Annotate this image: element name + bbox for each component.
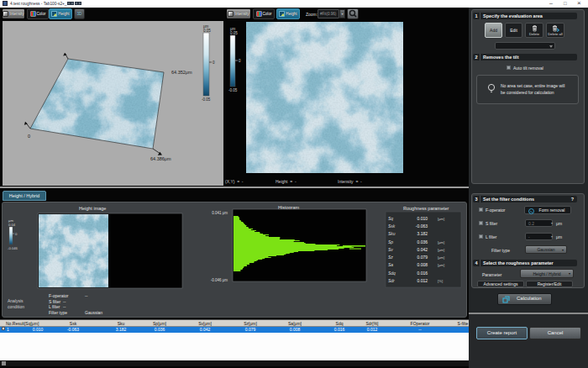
svg-text:0.012: 0.012 xyxy=(417,278,428,283)
svg-text:-0.05: -0.05 xyxy=(228,88,238,92)
svg-text:Sku: Sku xyxy=(388,231,396,236)
svg-text:0.04: 0.04 xyxy=(8,223,16,227)
svg-text:3.182: 3.182 xyxy=(417,231,428,236)
svg-text:0.042: 0.042 xyxy=(417,247,428,252)
svg-text:0: 0 xyxy=(213,60,215,65)
svg-text:64.386μm: 64.386μm xyxy=(150,156,171,161)
svg-text:-0.063: -0.063 xyxy=(416,223,428,229)
svg-text:[μm]: [μm] xyxy=(438,217,444,221)
svg-text:0.079: 0.079 xyxy=(417,255,428,260)
svg-text:0: 0 xyxy=(28,134,30,139)
svg-text:Histogram: Histogram xyxy=(278,205,299,210)
svg-text:0: 0 xyxy=(15,232,18,236)
svg-text:Height image: Height image xyxy=(79,206,106,211)
svg-text:Sv: Sv xyxy=(388,247,393,252)
svg-text:Roughness parameter: Roughness parameter xyxy=(403,206,449,211)
svg-text:[%]: [%] xyxy=(438,279,443,283)
svg-text:0.008: 0.008 xyxy=(417,262,428,267)
svg-text:Sp: Sp xyxy=(388,239,393,244)
svg-text:0.041 μm: 0.041 μm xyxy=(212,211,228,215)
svg-text:0.010: 0.010 xyxy=(417,216,428,221)
svg-text:[μm]: [μm] xyxy=(438,248,444,252)
svg-text:[μm]: [μm] xyxy=(438,240,444,244)
svg-text:Sz: Sz xyxy=(388,255,393,260)
svg-text:Ssk: Ssk xyxy=(388,223,396,229)
svg-text:0.036: 0.036 xyxy=(417,239,428,244)
svg-text:-0.046: -0.046 xyxy=(8,246,18,250)
svg-text:Sdq: Sdq xyxy=(388,271,396,276)
svg-text:Sdr: Sdr xyxy=(388,278,395,283)
svg-text:Sa: Sa xyxy=(388,262,393,267)
svg-text:[μm]: [μm] xyxy=(438,255,444,260)
svg-text:0.016: 0.016 xyxy=(417,271,428,276)
svg-text:Sq: Sq xyxy=(388,216,393,221)
svg-text:0.05: 0.05 xyxy=(203,29,211,33)
svg-text:0.05: 0.05 xyxy=(230,31,238,35)
svg-text:-0.05: -0.05 xyxy=(202,97,211,102)
svg-text:0: 0 xyxy=(239,59,241,63)
svg-text:-0.046 μm: -0.046 μm xyxy=(211,278,228,282)
svg-text:[μm]: [μm] xyxy=(438,263,444,267)
svg-text:64.352μm: 64.352μm xyxy=(171,70,192,75)
